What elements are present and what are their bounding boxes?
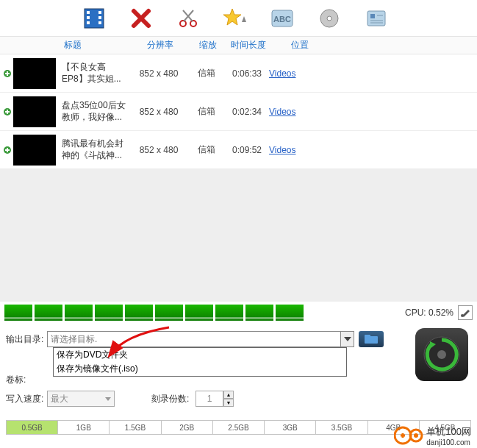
watermark-logo-icon <box>394 424 423 447</box>
item-scale: 信箱 <box>188 105 225 118</box>
item-duration: 0:06:33 <box>225 68 269 79</box>
video-icon[interactable] <box>81 5 107 32</box>
svg-rect-2 <box>87 16 90 19</box>
writespeed-label: 写入速度: <box>6 393 47 405</box>
video-thumbnail[interactable] <box>13 96 56 127</box>
svg-rect-6 <box>98 21 101 24</box>
settings-panel: 输出目录: 保存为DVD文件夹 保存为镜像文件(.iso) 卷标: 写入速度: … <box>0 324 477 414</box>
svg-rect-1 <box>87 11 90 14</box>
main-toolbar: ABC <box>0 0 477 37</box>
item-resolution: 852 x 480 <box>129 145 188 155</box>
burncount-up[interactable]: ▲ <box>223 391 234 399</box>
header-title[interactable]: 标题 <box>15 39 131 51</box>
cpu-label: CPU: 0.52% <box>405 307 453 318</box>
video-thumbnail[interactable] <box>13 135 56 166</box>
svg-point-18 <box>327 16 331 21</box>
item-scale: 信箱 <box>188 143 225 156</box>
item-resolution: 852 x 480 <box>129 68 188 79</box>
svg-point-9 <box>180 21 186 26</box>
add-icon[interactable] <box>0 69 12 78</box>
svg-marker-13 <box>223 9 241 25</box>
volume-label: 卷标: <box>6 374 47 386</box>
watermark: 单机100网 danji100.com <box>394 424 471 447</box>
header-scale[interactable]: 缩放 <box>190 39 226 51</box>
size-segment: 3GB <box>265 421 316 434</box>
outdir-input[interactable] <box>47 331 341 347</box>
add-icon[interactable] <box>0 146 12 154</box>
size-segment: 0.5GB <box>7 421 58 434</box>
cpu-meter-bars <box>4 305 399 321</box>
size-segment: 1.5GB <box>110 421 161 434</box>
item-location-link[interactable]: Videos <box>269 107 328 117</box>
svg-marker-34 <box>344 337 351 341</box>
dropdown-item-iso[interactable]: 保存为镜像文件(.iso) <box>54 362 346 376</box>
item-duration: 0:09:52 <box>225 145 269 155</box>
outdir-dropdown-arrow[interactable] <box>341 331 354 347</box>
card-icon[interactable] <box>363 5 390 32</box>
watermark-brand: 单机100网 <box>426 425 471 438</box>
size-segment: 2.5GB <box>213 421 265 434</box>
svg-rect-5 <box>98 16 101 19</box>
disc-icon[interactable] <box>316 5 342 32</box>
svg-rect-4 <box>98 11 101 14</box>
video-list: 【不良女高EP8】其实姐...852 x 480信箱0:06:33Videos盘… <box>0 54 477 169</box>
item-location-link[interactable]: Videos <box>269 145 328 155</box>
header-duration[interactable]: 时间长度 <box>226 39 270 51</box>
svg-marker-14 <box>242 16 246 22</box>
svg-text:ABC: ABC <box>273 15 291 24</box>
svg-point-33 <box>461 314 464 317</box>
table-row[interactable]: 盘点35位00后女教师，我好像...852 x 480信箱0:02:34Vide… <box>0 93 477 131</box>
size-segment: 3.5GB <box>316 421 367 434</box>
cpu-meter-row: CPU: 0.52% <box>0 302 477 324</box>
burncount-input[interactable] <box>196 391 223 407</box>
item-title: 盘点35位00后女教师，我好像... <box>62 100 129 123</box>
add-icon[interactable] <box>0 107 12 116</box>
header-resolution[interactable]: 分辨率 <box>131 39 190 51</box>
item-scale: 信箱 <box>188 67 225 79</box>
writespeed-select[interactable]: 最大 <box>47 391 115 407</box>
svg-point-10 <box>190 21 196 26</box>
table-row[interactable]: 【不良女高EP8】其实姐...852 x 480信箱0:06:33Videos <box>0 54 477 93</box>
subtitle-icon[interactable]: ABC <box>269 5 295 32</box>
item-title: 腾讯最有机会封神的《斗战神... <box>62 138 129 161</box>
start-burn-button[interactable] <box>415 328 468 381</box>
chevron-down-icon <box>105 397 111 401</box>
svg-rect-3 <box>87 21 90 24</box>
star-icon[interactable] <box>222 5 248 32</box>
settings-button[interactable] <box>458 305 473 320</box>
svg-rect-20 <box>370 14 375 18</box>
delete-icon[interactable] <box>128 5 154 32</box>
header-location[interactable]: 位置 <box>270 39 329 51</box>
item-resolution: 852 x 480 <box>129 107 188 117</box>
item-duration: 0:02:34 <box>225 107 269 117</box>
svg-marker-37 <box>105 397 111 401</box>
video-thumbnail[interactable] <box>13 58 56 89</box>
svg-point-40 <box>437 350 446 359</box>
size-segment: 1GB <box>58 421 110 434</box>
svg-rect-36 <box>365 335 370 338</box>
empty-area <box>0 169 477 302</box>
outdir-label: 输出目录: <box>6 333 47 346</box>
outdir-dropdown: 保存为DVD文件夹 保存为镜像文件(.iso) <box>53 347 347 377</box>
size-segment: 2GB <box>162 421 213 434</box>
watermark-url: danji100.com <box>426 438 471 447</box>
column-headers: 标题 分辨率 缩放 时间长度 位置 <box>0 37 477 54</box>
svg-rect-19 <box>367 11 385 26</box>
item-location-link[interactable]: Videos <box>269 68 328 79</box>
svg-point-44 <box>414 433 418 438</box>
browse-folder-button[interactable] <box>359 331 384 347</box>
scissors-icon[interactable] <box>175 5 201 32</box>
burncount-down[interactable]: ▼ <box>223 399 234 407</box>
item-title: 【不良女高EP8】其实姐... <box>62 62 129 85</box>
writespeed-value: 最大 <box>51 393 68 405</box>
dropdown-item-dvdfolder[interactable]: 保存为DVD文件夹 <box>54 348 346 362</box>
burncount-label: 刻录份数: <box>151 393 196 405</box>
table-row[interactable]: 腾讯最有机会封神的《斗战神...852 x 480信箱0:09:52Videos <box>0 131 477 169</box>
